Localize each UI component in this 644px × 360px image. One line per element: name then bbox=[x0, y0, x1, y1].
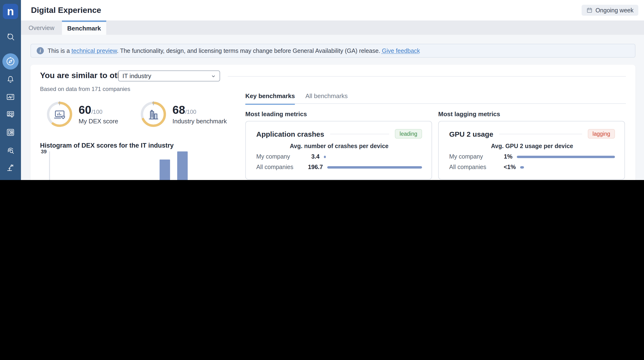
divider bbox=[245, 103, 626, 104]
ai-search-icon[interactable] bbox=[6, 32, 15, 42]
metric-title: Application crashes bbox=[256, 130, 324, 138]
row-label: My company bbox=[256, 153, 290, 160]
content-area: i This is a technical preview. The funct… bbox=[21, 35, 644, 180]
row-bar bbox=[517, 156, 615, 158]
benchmark-card: Application crashes leading Avg. number … bbox=[245, 121, 432, 180]
compass-icon bbox=[5, 56, 16, 67]
leading-metrics-column: Application crashes leading Avg. number … bbox=[245, 121, 432, 180]
industry-select[interactable]: IT industry bbox=[118, 70, 220, 82]
metric-subtitle: Avg. number of crashes per device bbox=[256, 143, 422, 150]
technical-preview-link[interactable]: technical preview bbox=[72, 48, 117, 54]
histogram-bin bbox=[52, 152, 69, 180]
fingerprint-search-icon[interactable] bbox=[6, 146, 15, 155]
histogram-bin bbox=[104, 152, 122, 180]
histogram-bin bbox=[122, 152, 139, 180]
bell-icon[interactable] bbox=[6, 75, 15, 84]
calendar-icon bbox=[586, 7, 592, 13]
histogram-bin bbox=[156, 152, 174, 180]
benchmark-panel: You are similar to others in IT industry… bbox=[30, 65, 636, 180]
row-value: 1% bbox=[490, 153, 512, 160]
tab-strip: Overview Benchmark bbox=[21, 20, 644, 35]
histogram-bin bbox=[139, 152, 156, 180]
sidebar-item-digital-experience[interactable] bbox=[2, 53, 18, 70]
histogram-title: Histogram of DEX scores for the IT indus… bbox=[40, 142, 174, 149]
divider bbox=[499, 134, 582, 134]
tab-benchmark[interactable]: Benchmark bbox=[62, 20, 106, 35]
robot-arm-icon[interactable] bbox=[6, 163, 15, 172]
histogram-bin bbox=[87, 152, 104, 180]
row-label: My company bbox=[449, 153, 483, 160]
tab-all-benchmarks[interactable]: All benchmarks bbox=[305, 92, 348, 105]
industry-select-value: IT industry bbox=[122, 72, 151, 80]
industry-benchmark-gauge: 68/100 Industry benchmark bbox=[140, 102, 227, 127]
dex-score-label: My DEX score bbox=[78, 118, 118, 124]
monitor-pulse-icon[interactable] bbox=[6, 92, 15, 102]
leading-metrics-header: Most leading metrics bbox=[245, 110, 307, 118]
metric-row: My company 1% bbox=[449, 153, 615, 160]
status-badge: leading bbox=[395, 129, 422, 138]
apps-grid-icon[interactable] bbox=[6, 128, 15, 137]
row-label: All companies bbox=[256, 164, 294, 170]
nexthink-logo[interactable]: n bbox=[3, 4, 18, 19]
row-label: All companies bbox=[449, 164, 486, 170]
row-value: 196.7 bbox=[300, 164, 323, 170]
histogram-bar bbox=[177, 152, 188, 180]
row-value: 3.4 bbox=[297, 153, 320, 160]
metric-row: My company 3.4 bbox=[256, 153, 422, 160]
similarity-subtext: Based on data from 171 companies bbox=[40, 86, 130, 92]
dex-score-gauge: 60/100 My DEX score bbox=[47, 102, 118, 127]
lagging-metrics-column: GPU 2 usage lagging Avg. GPU 2 usage per… bbox=[438, 121, 625, 180]
chevron-down-icon bbox=[210, 73, 216, 79]
status-badge: lagging bbox=[588, 129, 615, 138]
benchmark-card: GPU 2 usage lagging Avg. GPU 2 usage per… bbox=[438, 121, 625, 180]
app-window: n bbox=[0, 0, 644, 180]
divider bbox=[330, 134, 389, 134]
tab-key-benchmarks[interactable]: Key benchmarks bbox=[245, 92, 295, 105]
histogram-bin bbox=[208, 152, 226, 180]
info-icon: i bbox=[37, 47, 44, 54]
sidebar: n bbox=[0, 0, 21, 180]
page-title: Digital Experience bbox=[31, 6, 101, 15]
histogram-bin bbox=[191, 152, 208, 180]
y-axis-max-label: 39 bbox=[34, 148, 47, 154]
banner-text: This is a technical preview. The functio… bbox=[48, 48, 420, 54]
metric-subtitle: Avg. GPU 2 usage per device bbox=[449, 143, 615, 150]
period-chip-label: Ongoing week bbox=[596, 7, 634, 14]
laptop-heart-icon bbox=[52, 108, 67, 122]
give-feedback-link[interactable]: Give feedback bbox=[382, 48, 420, 54]
period-chip[interactable]: Ongoing week bbox=[582, 5, 638, 16]
histogram-bar bbox=[160, 160, 170, 180]
histogram-bin bbox=[69, 152, 87, 180]
tab-overview[interactable]: Overview bbox=[21, 20, 62, 35]
histogram-chart bbox=[49, 152, 228, 180]
histogram-bin bbox=[174, 152, 191, 180]
row-value: <1% bbox=[493, 164, 516, 170]
technical-preview-banner: i This is a technical preview. The funct… bbox=[30, 44, 636, 58]
metric-title: GPU 2 usage bbox=[449, 130, 493, 138]
dex-score-value: 60/100 bbox=[78, 104, 118, 116]
row-bar bbox=[324, 156, 422, 158]
benchmark-tabs: Key benchmarks All benchmarks bbox=[245, 92, 348, 105]
person-screen-icon[interactable] bbox=[6, 110, 15, 119]
row-bar bbox=[520, 166, 615, 168]
industry-benchmark-label: Industry benchmark bbox=[172, 118, 227, 124]
header: Digital Experience Ongoing week bbox=[21, 0, 644, 20]
metric-row: All companies 196.7 bbox=[256, 164, 422, 170]
row-bar bbox=[327, 166, 422, 168]
divider bbox=[228, 76, 626, 77]
buildings-icon bbox=[146, 108, 160, 122]
lagging-metrics-header: Most lagging metrics bbox=[438, 110, 500, 118]
industry-benchmark-value: 68/100 bbox=[172, 104, 227, 116]
metric-row: All companies <1% bbox=[449, 164, 615, 170]
